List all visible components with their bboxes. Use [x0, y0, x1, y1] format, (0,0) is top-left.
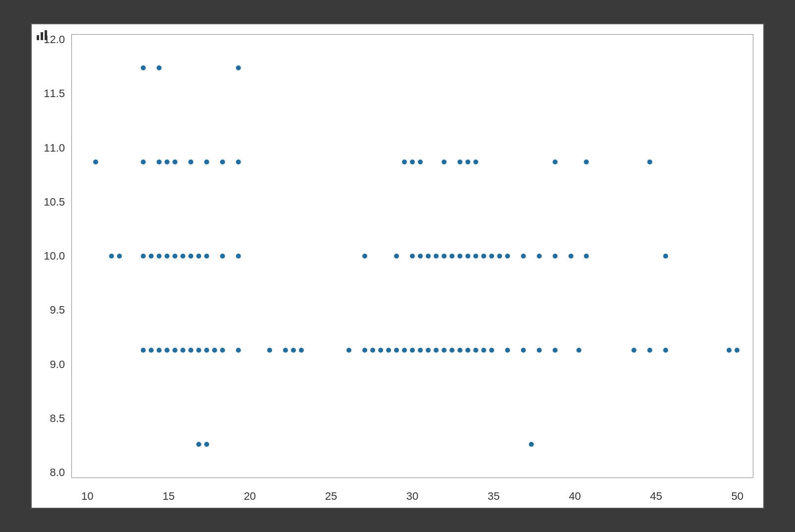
x-label-30: 30	[406, 490, 418, 503]
data-dot-95	[418, 160, 423, 164]
data-dot-65	[378, 348, 383, 353]
x-axis: 10 15 20 25 30 35 40 45 50	[71, 490, 753, 503]
data-dot-13	[117, 254, 122, 259]
data-dot-25	[362, 254, 367, 259]
data-dot-57	[236, 348, 241, 353]
data-dot-76	[465, 348, 470, 353]
data-dot-63	[362, 348, 367, 353]
x-label-45: 45	[650, 490, 662, 503]
data-dot-70	[418, 348, 423, 353]
data-dot-101	[584, 160, 589, 164]
data-dot-36	[481, 254, 486, 259]
data-dot-54	[204, 348, 209, 353]
data-dot-11	[236, 160, 241, 164]
data-dot-21	[196, 254, 201, 259]
data-dot-91	[204, 442, 209, 447]
data-dot-102	[647, 160, 652, 164]
data-dot-52	[188, 348, 193, 353]
data-dot-80	[505, 348, 510, 353]
data-dot-3	[141, 160, 146, 164]
y-label-95: 9.5	[37, 305, 69, 316]
data-dot-1	[141, 65, 146, 70]
data-dot-24	[236, 254, 241, 259]
data-dot-58	[267, 348, 272, 353]
data-dot-14	[141, 254, 146, 259]
data-dot-77	[473, 348, 478, 353]
data-dot-32	[450, 254, 454, 259]
y-axis: 12.0 11.5 11.0 10.5 10.0 9.5 9.0 8.5 8.0	[37, 34, 69, 478]
data-dot-56	[220, 348, 225, 353]
data-dot-34	[465, 254, 470, 259]
y-label-85: 8.5	[37, 413, 69, 424]
y-label-115: 11.5	[37, 88, 69, 99]
data-dot-53	[196, 348, 201, 353]
data-dot-27	[410, 254, 415, 259]
data-dot-51	[180, 348, 185, 353]
y-label-12: 12.0	[37, 34, 69, 45]
data-dot-64	[370, 348, 375, 353]
data-dot-59	[283, 348, 288, 353]
y-label-8: 8.0	[37, 467, 69, 478]
x-label-10: 10	[81, 490, 93, 503]
data-dot-28	[418, 254, 423, 259]
x-label-20: 20	[244, 490, 256, 503]
data-dot-100	[553, 160, 558, 164]
data-dot-78	[481, 348, 486, 353]
data-dot-81	[521, 348, 526, 353]
chart-container: 12.0 11.5 11.0 10.5 10.0 9.5 9.0 8.5 8.0…	[31, 23, 764, 509]
y-label-10: 10.0	[37, 251, 69, 262]
data-dot-2	[157, 65, 162, 70]
data-dot-87	[663, 348, 668, 353]
data-dot-41	[537, 254, 542, 259]
data-dot-29	[426, 254, 431, 259]
data-dot-46	[141, 348, 146, 353]
data-dot-20	[188, 254, 193, 259]
data-dot-84	[576, 348, 581, 353]
data-dot-92	[529, 442, 534, 447]
data-dot-37	[489, 254, 494, 259]
data-dot-79	[489, 348, 494, 353]
y-label-11: 11.0	[37, 143, 69, 154]
data-dot-10	[236, 65, 241, 70]
data-dot-68	[402, 348, 407, 353]
x-label-40: 40	[569, 490, 581, 503]
data-dot-17	[165, 254, 170, 259]
y-label-9: 9.0	[37, 359, 69, 370]
x-label-15: 15	[163, 490, 174, 503]
data-dot-18	[172, 254, 177, 259]
data-dot-75	[457, 348, 462, 353]
data-dot-4	[157, 160, 162, 164]
data-dot-45	[663, 254, 668, 259]
data-dot-39	[505, 254, 510, 259]
data-dot-67	[394, 348, 399, 353]
data-dot-82	[537, 348, 542, 353]
data-dot-69	[410, 348, 415, 353]
data-dot-38	[497, 254, 502, 259]
data-dot-49	[165, 348, 170, 353]
data-dot-5	[165, 160, 170, 164]
data-dot-99	[473, 160, 478, 164]
data-dot-42	[553, 254, 558, 259]
plot-area	[71, 34, 753, 478]
data-dot-35	[473, 254, 478, 259]
data-dot-43	[568, 254, 573, 259]
data-dot-86	[647, 348, 652, 353]
data-dot-97	[457, 160, 462, 164]
data-dot-6	[172, 160, 177, 164]
data-dot-96	[442, 160, 447, 164]
data-dot-66	[386, 348, 391, 353]
x-label-25: 25	[325, 490, 337, 503]
data-dot-71	[426, 348, 431, 353]
data-dot-61	[299, 348, 304, 353]
data-dot-60	[291, 348, 296, 353]
data-dot-22	[204, 254, 209, 259]
data-dot-23	[220, 254, 225, 259]
data-dot-93	[402, 160, 407, 164]
data-dot-74	[450, 348, 454, 353]
data-dot-90	[196, 442, 201, 447]
data-dot-40	[521, 254, 526, 259]
x-label-35: 35	[488, 490, 500, 503]
data-dot-72	[434, 348, 439, 353]
data-dot-31	[442, 254, 447, 259]
data-dot-8	[204, 160, 209, 164]
